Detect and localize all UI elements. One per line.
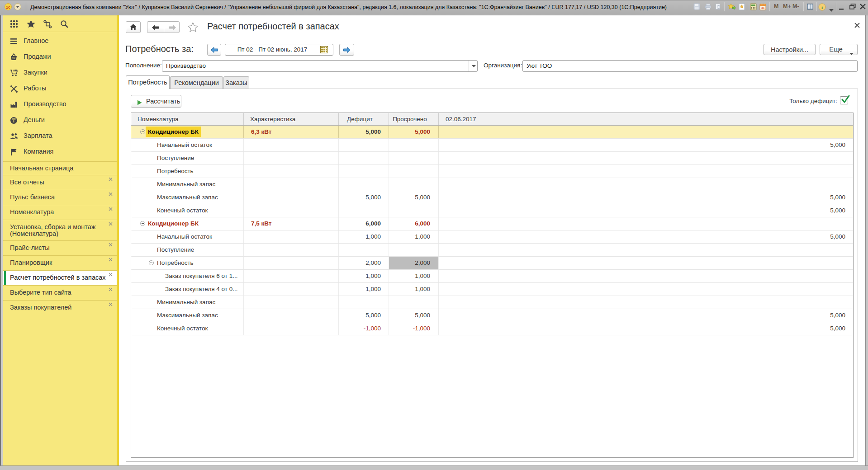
forward-button[interactable] xyxy=(164,22,180,33)
cell-deficit[interactable]: 1,000 xyxy=(339,230,389,243)
collapse-expander-icon[interactable] xyxy=(149,260,154,265)
cell-deficit[interactable]: 1,000 xyxy=(339,283,389,296)
next-period-button[interactable] xyxy=(339,44,354,56)
cell-deficit[interactable]: 2,000 xyxy=(339,257,389,269)
cell-characteristic[interactable] xyxy=(244,322,339,335)
table-row[interactable]: Максимальный запас5,0005,0005,000 xyxy=(131,309,853,322)
cell-overdue[interactable] xyxy=(389,152,439,164)
sidebar-menu-item-2[interactable]: Продажи xyxy=(3,49,117,65)
back-button[interactable] xyxy=(147,22,164,33)
close-window-icon[interactable] xyxy=(108,272,113,277)
date-picker-icon[interactable] xyxy=(320,46,328,53)
sidebar-window-item-10[interactable]: Заказы покупателей xyxy=(3,300,117,315)
cell-overdue[interactable] xyxy=(389,178,439,191)
cell-date-value[interactable] xyxy=(439,283,853,296)
table-row[interactable]: Конечный остаток-1,000-1,0005,000 xyxy=(131,322,853,335)
cell-nomenclature[interactable]: Заказ покупателя 4 от 0... xyxy=(131,283,244,296)
cell-nomenclature[interactable]: Кондиционер БК xyxy=(131,217,244,230)
cell-characteristic[interactable] xyxy=(244,165,339,178)
cell-deficit[interactable]: 1,000 xyxy=(339,270,389,282)
replenishment-combobox[interactable]: Производство xyxy=(162,60,478,72)
cell-characteristic[interactable] xyxy=(244,296,339,309)
cell-date-value[interactable] xyxy=(439,126,853,138)
sidebar-menu-item-7[interactable]: Зарплата xyxy=(3,128,117,144)
cell-overdue[interactable] xyxy=(389,296,439,309)
search-icon[interactable] xyxy=(60,20,68,28)
cell-nomenclature[interactable]: Максимальный запас xyxy=(131,309,244,322)
cell-nomenclature[interactable]: Начальный остаток xyxy=(131,230,244,243)
close-window-icon[interactable] xyxy=(108,207,113,212)
table-row[interactable]: Кондиционер БК6,3 кВт5,0005,000 xyxy=(131,126,853,139)
only-deficit-checkbox[interactable] xyxy=(840,96,848,104)
table-row[interactable]: Кондиционер БК7,5 кВт6,0006,000 xyxy=(131,217,853,230)
cell-nomenclature[interactable]: Заказ покупателя 6 от 1... xyxy=(131,270,244,282)
cell-deficit[interactable] xyxy=(339,139,389,151)
table-row[interactable]: Потребность2,0002,000 xyxy=(131,257,853,270)
cell-nomenclature[interactable]: Конечный остаток xyxy=(131,204,244,217)
cell-overdue[interactable]: 1,000 xyxy=(389,270,439,282)
table-row[interactable]: Заказ покупателя 4 от 0...1,0001,000 xyxy=(131,283,853,296)
cell-overdue[interactable]: 6,000 xyxy=(389,217,439,230)
cell-date-value[interactable] xyxy=(439,270,853,282)
cell-nomenclature[interactable]: Минимальный запас xyxy=(131,296,244,309)
cell-overdue[interactable] xyxy=(389,139,439,151)
cell-deficit[interactable] xyxy=(339,204,389,217)
collapse-expander-icon[interactable] xyxy=(140,129,145,134)
sidebar-window-item-3[interactable]: Пульс бизнеса xyxy=(3,190,117,205)
more-button[interactable]: Еще xyxy=(820,44,858,55)
cell-characteristic[interactable] xyxy=(244,178,339,191)
cell-date-value[interactable] xyxy=(439,244,853,256)
column-header-date[interactable]: 02.06.2017 xyxy=(439,113,853,125)
favorites-go-icon[interactable] xyxy=(728,3,735,10)
cell-deficit[interactable]: -1,000 xyxy=(339,322,389,335)
close-window-icon[interactable] xyxy=(108,302,113,307)
column-header-overdue[interactable]: Просрочено xyxy=(389,113,439,125)
cell-nomenclature[interactable]: Потребность xyxy=(131,165,244,178)
sidebar-menu-item-1[interactable]: Главное xyxy=(3,33,117,49)
cell-overdue[interactable]: -1,000 xyxy=(389,322,439,335)
close-window-icon[interactable] xyxy=(108,287,113,292)
settings-button[interactable]: Настройки... xyxy=(764,44,816,55)
table-row[interactable]: Потребность xyxy=(131,165,853,178)
cell-nomenclature[interactable]: Кондиционер БК xyxy=(131,126,244,138)
close-window-icon[interactable] xyxy=(108,257,113,262)
period-field[interactable]: Пт 02 - Пт 02 июнь, 2017 xyxy=(225,44,333,56)
cell-characteristic[interactable] xyxy=(244,204,339,217)
cell-characteristic[interactable] xyxy=(244,230,339,243)
favorite-star-icon[interactable] xyxy=(188,22,198,32)
table-row[interactable]: Начальный остаток5,000 xyxy=(131,139,853,152)
column-header-deficit[interactable]: Дефицит xyxy=(339,113,389,125)
column-header-characteristic[interactable]: Характеристика xyxy=(244,113,339,125)
cell-nomenclature[interactable]: Поступление xyxy=(131,152,244,164)
cell-date-value[interactable] xyxy=(439,217,853,230)
cell-nomenclature[interactable]: Начальный остаток xyxy=(131,139,244,151)
cell-date-value[interactable] xyxy=(439,296,853,309)
favorites-add-icon[interactable] xyxy=(739,3,746,10)
table-row[interactable]: Минимальный запас xyxy=(131,178,853,191)
column-header-nomenclature[interactable]: Номенклатура xyxy=(131,113,244,125)
cell-overdue[interactable] xyxy=(389,244,439,256)
table-row[interactable]: Заказ покупателя 6 от 1...1,0001,000 xyxy=(131,270,853,283)
cell-deficit[interactable] xyxy=(339,296,389,309)
cell-deficit[interactable]: 5,000 xyxy=(339,191,389,204)
system-menu-button[interactable] xyxy=(14,3,21,10)
sidebar-window-item-4[interactable]: Номенклатура xyxy=(3,205,117,220)
sidebar-menu-item-5[interactable]: Производство xyxy=(3,97,117,113)
sidebar-menu-item-6[interactable]: Деньги xyxy=(3,113,117,128)
sidebar-window-item-7[interactable]: Планировщик xyxy=(3,255,117,270)
info-icon[interactable]: i xyxy=(818,3,825,10)
cell-date-value[interactable]: 5,000 xyxy=(439,204,853,217)
combo-dropdown-button[interactable] xyxy=(469,61,478,71)
cell-characteristic[interactable] xyxy=(244,257,339,269)
close-window-icon[interactable] xyxy=(108,242,113,247)
cell-characteristic[interactable] xyxy=(244,244,339,256)
sidebar-menu-item-4[interactable]: Работы xyxy=(3,81,117,97)
table-row[interactable]: Минимальный запас xyxy=(131,296,853,309)
sidebar-window-item-5[interactable]: Установка, сборка и монтаж (Номенклатура… xyxy=(3,220,117,240)
tab-potrebnost[interactable]: Потребность xyxy=(126,75,170,89)
sidebar-menu-item-3[interactable]: Закупки xyxy=(3,65,117,81)
cell-overdue[interactable]: 2,000 xyxy=(389,257,439,269)
sidebar-window-item-1[interactable]: Начальная страница xyxy=(3,161,117,175)
cell-nomenclature[interactable]: Потребность xyxy=(131,257,244,269)
close-window-icon[interactable] xyxy=(108,221,113,226)
